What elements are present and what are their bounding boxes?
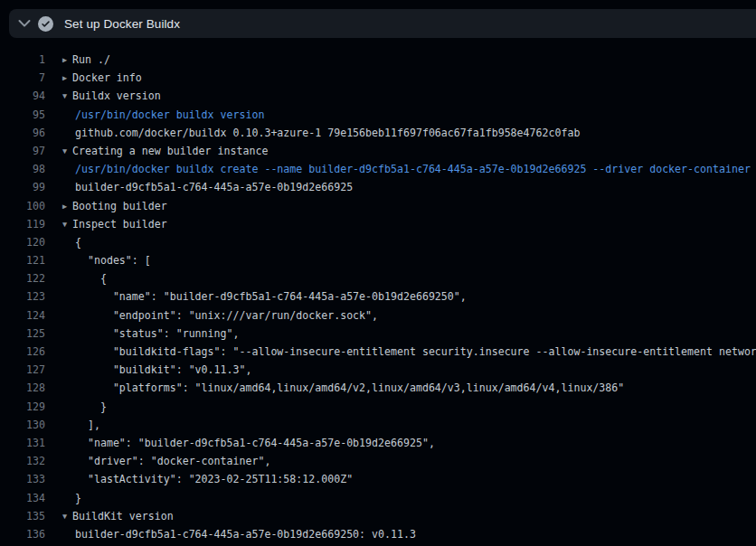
output-text: "status": "running",	[75, 327, 239, 340]
line-number[interactable]: 128	[0, 379, 45, 397]
group-title[interactable]: Inspect builder	[72, 218, 167, 231]
group-title[interactable]: Docker info	[72, 71, 142, 84]
line-number[interactable]: 126	[0, 343, 45, 361]
line-content: ▼Buildx version	[45, 87, 161, 105]
group-expanded-icon[interactable]: ▼	[62, 87, 72, 105]
line-content: "name": "builder-d9cfb5a1-c764-445a-a57e…	[45, 434, 435, 452]
line-number[interactable]: 1	[0, 51, 45, 69]
line-number[interactable]: 123	[0, 287, 45, 306]
line-content: "name": "builder-d9cfb5a1-c764-445a-a57e…	[45, 287, 467, 306]
line-content: "endpoint": "unix:///var/run/docker.sock…	[45, 306, 378, 325]
line-number[interactable]: 129	[0, 398, 45, 416]
line-content: "status": "running",	[45, 325, 239, 343]
log-line-124: 124 "endpoint": "unix:///var/run/docker.…	[0, 306, 756, 325]
line-content: /usr/bin/docker buildx create --name bui…	[45, 160, 751, 178]
group-title[interactable]: BuildKit version	[72, 510, 174, 522]
line-number[interactable]: 136	[0, 525, 45, 543]
log-line-133: 133 "lastActivity": "2023-02-25T11:58:12…	[0, 470, 756, 488]
line-number[interactable]: 119	[0, 215, 45, 233]
log-line-120: 120{	[0, 233, 756, 251]
line-content: ▼Inspect builder	[45, 215, 167, 233]
output-text: }	[75, 492, 81, 504]
check-circle-icon	[38, 16, 53, 32]
workflow-log-viewer: Set up Docker Buildx 1▶Run ./7▶Docker in…	[0, 0, 756, 543]
line-number[interactable]: 135	[0, 507, 45, 525]
line-number[interactable]: 132	[0, 452, 45, 470]
chevron-down-icon[interactable]	[18, 19, 31, 28]
group-expanded-icon[interactable]: ▼	[62, 507, 72, 525]
group-collapsed-icon[interactable]: ▶	[62, 197, 72, 215]
output-text: ],	[75, 419, 100, 431]
line-content: }	[45, 398, 107, 416]
line-number[interactable]: 134	[0, 489, 45, 507]
group-title[interactable]: Booting builder	[72, 200, 167, 212]
output-text: "name": "builder-d9cfb5a1-c764-445a-a57e…	[75, 437, 435, 449]
line-number[interactable]: 124	[0, 306, 45, 325]
log-container: 1▶Run ./7▶Docker info94▼Buildx version95…	[0, 38, 756, 543]
log-line-123: 123 "name": "builder-d9cfb5a1-c764-445a-…	[0, 287, 756, 306]
log-line-95: 95/usr/bin/docker buildx version	[0, 106, 756, 124]
log-line-135: 135▼BuildKit version	[0, 507, 756, 525]
line-content: "buildkitd-flags": "--allow-insecure-ent…	[45, 343, 756, 361]
group-expanded-icon[interactable]: ▼	[62, 142, 72, 160]
log-line-126: 126 "buildkitd-flags": "--allow-insecure…	[0, 343, 756, 361]
log-line-94: 94▼Buildx version	[0, 87, 756, 105]
log-lines: 1▶Run ./7▶Docker info94▼Buildx version95…	[0, 51, 756, 543]
group-expanded-icon[interactable]: ▼	[62, 215, 72, 233]
line-number[interactable]: 98	[0, 160, 45, 178]
line-content: }	[45, 489, 81, 507]
line-content: "nodes": [	[45, 251, 151, 269]
line-number[interactable]: 127	[0, 361, 45, 379]
line-number[interactable]: 125	[0, 325, 45, 343]
step-title: Set up Docker Buildx	[64, 17, 180, 31]
step-header[interactable]: Set up Docker Buildx	[9, 9, 756, 38]
log-line-125: 125 "status": "running",	[0, 325, 756, 343]
line-content: /usr/bin/docker buildx version	[45, 106, 264, 124]
line-number[interactable]: 96	[0, 124, 45, 142]
log-line-96: 96github.com/docker/buildx 0.10.3+azure-…	[0, 124, 756, 142]
log-line-136: 136builder-d9cfb5a1-c764-445a-a57e-0b19d…	[0, 525, 756, 543]
output-text: builder-d9cfb5a1-c764-445a-a57e-0b19d2e6…	[75, 181, 353, 193]
output-text: {	[75, 272, 107, 285]
line-content: "buildkit": "v0.11.3",	[45, 361, 251, 379]
line-number[interactable]: 7	[0, 69, 45, 87]
line-number[interactable]: 121	[0, 251, 45, 269]
log-line-99: 99builder-d9cfb5a1-c764-445a-a57e-0b19d2…	[0, 178, 756, 196]
log-line-1: 1▶Run ./	[0, 51, 756, 69]
line-content: ▼BuildKit version	[45, 507, 174, 525]
log-line-7: 7▶Docker info	[0, 69, 756, 87]
group-collapsed-icon[interactable]: ▶	[62, 51, 72, 69]
line-number[interactable]: 120	[0, 233, 45, 251]
line-number[interactable]: 95	[0, 106, 45, 124]
group-collapsed-icon[interactable]: ▶	[62, 69, 72, 87]
output-text: "buildkitd-flags": "--allow-insecure-ent…	[75, 345, 756, 358]
output-text: "driver": "docker-container",	[75, 455, 270, 467]
group-title[interactable]: Run ./	[72, 53, 110, 66]
log-line-97: 97▼Creating a new builder instance	[0, 142, 756, 160]
output-text: "lastActivity": "2023-02-25T11:58:12.000…	[75, 473, 353, 485]
log-line-127: 127 "buildkit": "v0.11.3",	[0, 361, 756, 379]
line-number[interactable]: 100	[0, 197, 45, 215]
log-line-128: 128 "platforms": "linux/amd64,linux/amd6…	[0, 379, 756, 397]
line-number[interactable]: 99	[0, 178, 45, 196]
output-text: "name": "builder-d9cfb5a1-c764-445a-a57e…	[75, 290, 467, 303]
log-line-100: 100▶Booting builder	[0, 197, 756, 215]
line-number[interactable]: 122	[0, 269, 45, 287]
log-line-134: 134}	[0, 489, 756, 507]
line-number[interactable]: 130	[0, 416, 45, 434]
line-content: builder-d9cfb5a1-c764-445a-a57e-0b19d2e6…	[45, 525, 416, 543]
log-line-121: 121 "nodes": [	[0, 251, 756, 269]
log-line-119: 119▼Inspect builder	[0, 215, 756, 233]
log-line-98: 98/usr/bin/docker buildx create --name b…	[0, 160, 756, 178]
output-text: "buildkit": "v0.11.3",	[75, 363, 251, 376]
line-number[interactable]: 97	[0, 142, 45, 160]
line-number[interactable]: 94	[0, 87, 45, 105]
group-title[interactable]: Creating a new builder instance	[72, 145, 268, 157]
line-content: {	[45, 269, 107, 287]
group-title[interactable]: Buildx version	[72, 89, 161, 102]
output-text: {	[75, 236, 81, 249]
log-line-132: 132 "driver": "docker-container",	[0, 452, 756, 470]
line-number[interactable]: 133	[0, 470, 45, 488]
output-text: github.com/docker/buildx 0.10.3+azure-1 …	[75, 127, 580, 139]
line-number[interactable]: 131	[0, 434, 45, 452]
